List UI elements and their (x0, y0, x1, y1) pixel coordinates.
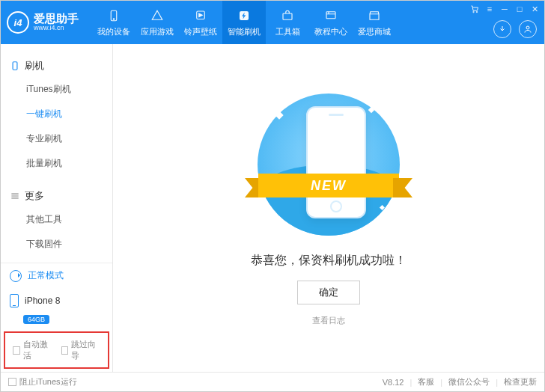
cart-button[interactable] (469, 4, 480, 14)
sidebar-item[interactable]: 专业刷机 (1, 126, 112, 151)
auto-activate-label: 自动激活 (23, 339, 52, 361)
svg-point-8 (526, 26, 529, 29)
svg-point-1 (113, 18, 115, 19)
sidebar-section-title: 刷机 (25, 59, 44, 73)
store-icon (367, 8, 382, 23)
sidebar: 刷机iTunes刷机一键刷机专业刷机批量刷机更多其他工具下载固件高级功能 正常模… (1, 44, 113, 372)
support-link[interactable]: 客服 (418, 376, 434, 388)
check-update-link[interactable]: 检查更新 (504, 376, 537, 388)
top-tab-4[interactable]: 工具箱 (266, 1, 309, 44)
top-tab-6[interactable]: 爱思商城 (353, 1, 396, 44)
top-tab-label: 工具箱 (275, 26, 300, 37)
checkbox-icon (8, 378, 16, 386)
app-title: 爱思助手 (34, 13, 79, 25)
more-section-icon (10, 191, 20, 201)
top-tab-label: 铃声壁纸 (184, 26, 217, 37)
top-tab-0[interactable]: 我的设备 (92, 1, 136, 44)
options-highlight-box: 自动激活 跳过向导 (4, 331, 109, 369)
sidebar-section-title: 更多 (25, 189, 44, 203)
device-info[interactable]: iPhone 8 (1, 288, 112, 313)
top-tab-label: 教程中心 (314, 26, 347, 37)
close-button[interactable]: ✕ (529, 4, 540, 14)
sidebar-item[interactable]: 下载固件 (1, 232, 112, 257)
block-itunes-label: 阻止iTunes运行 (19, 376, 77, 388)
app-logo: i4 爱思助手 www.i4.cn (7, 11, 88, 34)
top-tab-label: 我的设备 (97, 26, 130, 37)
sidebar-item[interactable]: iTunes刷机 (1, 77, 112, 102)
refresh-icon (10, 270, 22, 282)
skip-guide-checkbox[interactable]: 跳过向导 (61, 339, 101, 361)
sidebar-item[interactable]: 批量刷机 (1, 151, 112, 176)
svg-rect-4 (283, 13, 292, 19)
user-button[interactable] (519, 20, 537, 38)
sidebar-item[interactable]: 其他工具 (1, 207, 112, 232)
status-bar: 阻止iTunes运行 V8.12 | 客服 | 微信公众号 | 检查更新 (1, 372, 544, 391)
checkbox-icon (13, 346, 20, 355)
top-tab-3[interactable]: 智能刷机 (222, 1, 266, 44)
skip-guide-label: 跳过向导 (71, 339, 100, 361)
sidebar-item[interactable]: 一键刷机 (1, 102, 112, 126)
top-tab-label: 爱思商城 (358, 26, 391, 37)
logo-icon: i4 (7, 11, 29, 34)
ok-button[interactable]: 确定 (297, 281, 360, 304)
storage-badge: 64GB (23, 315, 49, 324)
top-tab-label: 智能刷机 (228, 26, 261, 37)
success-illustration: NEW (254, 90, 404, 239)
svg-rect-9 (13, 62, 17, 70)
device-mode[interactable]: 正常模式 (1, 263, 112, 288)
svg-point-7 (476, 11, 478, 13)
success-message: 恭喜您，保资料刷机成功啦！ (251, 253, 407, 269)
top-tab-1[interactable]: 应用游戏 (136, 1, 179, 44)
version-label: V8.12 (383, 378, 404, 387)
device-mode-label: 正常模式 (28, 269, 64, 282)
tutorial-icon (323, 8, 338, 23)
ribbon-text: NEW (258, 174, 399, 197)
auto-activate-checkbox[interactable]: 自动激活 (13, 339, 52, 361)
menu-button[interactable]: ≡ (484, 4, 495, 14)
app-subtitle: www.i4.cn (34, 25, 79, 32)
device-icon (106, 8, 121, 23)
wechat-link[interactable]: 微信公众号 (448, 376, 490, 388)
block-itunes-checkbox[interactable]: 阻止iTunes运行 (8, 376, 77, 388)
sidebar-item[interactable]: 高级功能 (1, 257, 112, 263)
top-tab-label: 应用游戏 (141, 26, 174, 37)
window-controls: ≡ ─ □ ✕ (469, 4, 540, 14)
minimize-button[interactable]: ─ (499, 4, 510, 14)
sidebar-section-header[interactable]: 更多 (1, 185, 112, 207)
flash-section-icon (10, 61, 20, 71)
top-tab-5[interactable]: 教程中心 (309, 1, 353, 44)
music-icon (193, 8, 208, 23)
download-button[interactable] (493, 20, 511, 38)
main-content: NEW 恭喜您，保资料刷机成功啦！ 确定 查看日志 (113, 44, 544, 372)
svg-rect-5 (326, 11, 335, 18)
apps-icon (150, 8, 165, 23)
top-tabs: 我的设备应用游戏铃声壁纸智能刷机工具箱教程中心爱思商城 (92, 1, 396, 44)
device-name: iPhone 8 (25, 295, 60, 306)
top-tab-2[interactable]: 铃声壁纸 (179, 1, 222, 44)
checkbox-icon (61, 346, 69, 355)
new-ribbon: NEW (245, 169, 412, 202)
toolbox-icon (280, 8, 295, 23)
sidebar-section-header[interactable]: 刷机 (1, 55, 112, 77)
app-header: i4 爱思助手 www.i4.cn 我的设备应用游戏铃声壁纸智能刷机工具箱教程中… (1, 1, 544, 44)
svg-point-6 (473, 11, 475, 13)
flash-icon (237, 8, 252, 23)
phone-icon (10, 294, 19, 307)
view-log-link[interactable]: 查看日志 (312, 315, 345, 326)
maximize-button[interactable]: □ (514, 4, 525, 14)
